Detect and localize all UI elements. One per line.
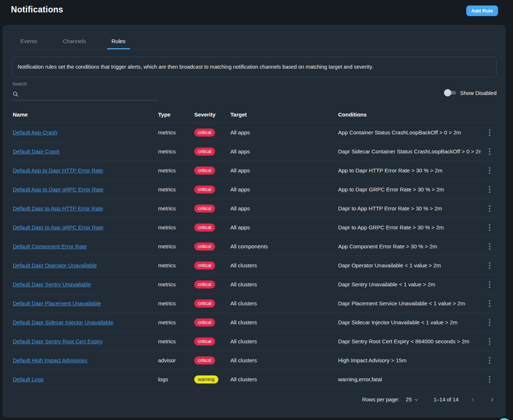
kebab-dot: [489, 229, 490, 231]
rule-type: metrics: [157, 186, 193, 192]
kebab-dot: [489, 227, 490, 228]
chat-bubble-icon[interactable]: [498, 418, 511, 420]
previous-page-button[interactable]: [468, 395, 478, 404]
rule-name-link[interactable]: Default Logs: [13, 376, 43, 382]
row-kebab-menu-button[interactable]: [484, 354, 495, 367]
tab-rules[interactable]: Rules: [107, 36, 130, 49]
row-kebab-menu-button[interactable]: [484, 221, 495, 234]
chevron-down-icon: [414, 397, 419, 402]
kebab-dot: [489, 210, 490, 212]
rule-type: metrics: [157, 224, 193, 230]
rule-type: logs: [157, 376, 193, 382]
row-kebab-menu-button[interactable]: [484, 278, 495, 291]
rule-target: All clusters: [229, 262, 337, 268]
rule-type: metrics: [157, 262, 193, 268]
severity-badge: critical: [194, 337, 215, 345]
kebab-dot: [489, 300, 490, 302]
rule-conditions: App to Dapr HTTP Error Rate > 30 % > 2m: [337, 167, 481, 173]
rule-name-link[interactable]: Default Dapr Sentry Root Cert Expiry: [13, 338, 103, 344]
tab-bar: Events Channels Rules: [12, 25, 497, 50]
kebab-dot: [489, 362, 490, 364]
kebab-dot: [489, 151, 490, 152]
chevron-left-icon: [470, 397, 476, 402]
table-row: Default App to Dapr HTTP Error Rate metr…: [12, 161, 497, 180]
kebab-dot: [489, 170, 490, 171]
rule-target: All clusters: [229, 300, 337, 306]
kebab-dot: [489, 208, 490, 209]
kebab-dot: [489, 267, 490, 269]
rule-name-link[interactable]: Default Dapr Placement Unavailable: [13, 300, 101, 306]
severity-badge: critical: [194, 205, 215, 213]
pagination-range: 1–14 of 14: [433, 397, 459, 402]
rule-name-link[interactable]: Default Dapr Crash: [13, 148, 60, 154]
next-page-button[interactable]: [487, 395, 497, 404]
kebab-dot: [489, 243, 490, 245]
rule-type: metrics: [157, 243, 193, 249]
rule-target: All clusters: [229, 281, 337, 287]
show-disabled-toggle[interactable]: [445, 89, 456, 96]
severity-badge: critical: [194, 186, 215, 194]
rule-name-link[interactable]: Default App to Dapr gRPC Error Rate: [13, 186, 103, 192]
table-row: Default Dapr Sentry Root Cert Expiry met…: [12, 332, 497, 351]
rule-name-link[interactable]: Default High Impact Advisories: [13, 357, 87, 363]
row-kebab-menu-button[interactable]: [484, 373, 495, 386]
rule-target: All apps: [229, 224, 337, 230]
rows-per-page-select[interactable]: 25: [406, 397, 419, 402]
column-header-name: Name: [12, 111, 157, 118]
info-banner-text: Notification rules set the conditions th…: [18, 64, 373, 70]
rule-type: metrics: [157, 148, 193, 154]
kebab-dot: [489, 186, 490, 188]
rule-conditions: Dapr Sentry Unavailable < 1 value > 2m: [337, 281, 481, 287]
row-kebab-menu-button[interactable]: [484, 145, 495, 158]
kebab-dot: [489, 132, 490, 133]
rule-conditions: Dapr Sidecar Injector Unavailable < 1 va…: [337, 319, 481, 325]
rule-name-link[interactable]: Default Dapr Sentry Unavailable: [13, 281, 91, 287]
rule-name-link[interactable]: Default Dapr Operator Unavailable: [13, 262, 97, 268]
rule-type: metrics: [157, 205, 193, 211]
chevron-right-icon: [489, 397, 495, 402]
table-row: Default Dapr Placement Unavailable metri…: [12, 294, 497, 313]
row-kebab-menu-button[interactable]: [484, 202, 495, 215]
info-banner: Notification rules set the conditions th…: [12, 57, 497, 77]
severity-badge: critical: [194, 280, 215, 289]
severity-badge: critical: [194, 167, 215, 175]
row-kebab-menu-button[interactable]: [484, 297, 495, 310]
rule-target: All components: [229, 243, 337, 249]
table-row: Default Dapr to App HTTP Error Rate metr…: [12, 199, 497, 218]
rule-name-link[interactable]: Default Component Error Rate: [13, 243, 87, 249]
rule-conditions: Dapr Sentry Root Cert Expiry < 864000 se…: [337, 338, 481, 344]
kebab-dot: [489, 265, 490, 266]
rule-name-link[interactable]: Default App to Dapr HTTP Error Rate: [13, 167, 103, 173]
kebab-dot: [489, 360, 490, 361]
rule-name-link[interactable]: Default Dapr to App gRPC Error Rate: [13, 224, 103, 230]
row-kebab-menu-button[interactable]: [484, 183, 495, 196]
kebab-dot: [489, 148, 490, 150]
table-row: Default App to Dapr gRPC Error Rate metr…: [12, 180, 497, 199]
row-kebab-menu-button[interactable]: [484, 240, 495, 253]
kebab-dot: [489, 281, 490, 283]
rule-name-link[interactable]: Default Dapr to App HTTP Error Rate: [13, 205, 103, 211]
table-row: Default Dapr Sentry Unavailable metrics …: [12, 275, 497, 294]
search-field: Search: [12, 81, 158, 100]
severity-badge: critical: [194, 224, 215, 232]
tab-events[interactable]: Events: [16, 36, 42, 49]
add-rule-button[interactable]: Add Rule: [466, 5, 498, 16]
tab-channels[interactable]: Channels: [58, 36, 90, 49]
rule-name-link[interactable]: Default App Crash: [13, 129, 57, 135]
table-header-row: Name Type Severity Target Conditions: [12, 106, 497, 123]
rule-type: metrics: [157, 338, 193, 344]
row-kebab-menu-button[interactable]: [484, 126, 495, 139]
row-kebab-menu-button[interactable]: [484, 164, 495, 177]
rule-name-link[interactable]: Default Dapr Sidecar Injector Unavailabl…: [13, 319, 113, 325]
row-kebab-menu-button[interactable]: [484, 335, 495, 348]
kebab-dot: [489, 191, 490, 193]
kebab-dot: [489, 129, 490, 131]
table-row: Default Dapr Sidecar Injector Unavailabl…: [12, 313, 497, 332]
kebab-dot: [489, 172, 490, 174]
row-kebab-menu-button[interactable]: [484, 259, 495, 272]
row-kebab-menu-button[interactable]: [484, 316, 495, 329]
rows-per-page-label: Rows per page:: [362, 397, 399, 402]
kebab-dot: [489, 322, 490, 323]
tabs-divider: [12, 49, 497, 50]
search-input[interactable]: [21, 91, 158, 97]
